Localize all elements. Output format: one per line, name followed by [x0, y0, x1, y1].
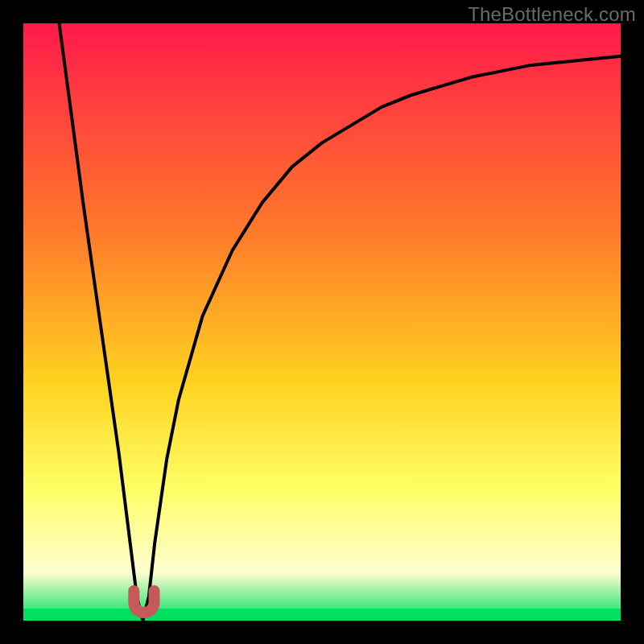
- chart-frame: [23, 23, 621, 621]
- watermark-text: TheBottleneck.com: [468, 3, 636, 26]
- gradient-background: [23, 23, 621, 621]
- bottom-green-band: [23, 609, 621, 621]
- chart-svg: [23, 23, 621, 621]
